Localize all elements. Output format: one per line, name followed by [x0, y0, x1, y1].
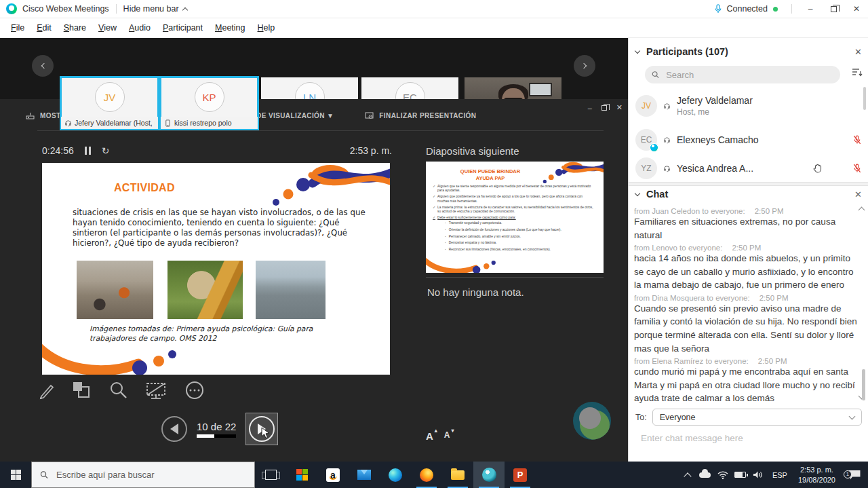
volume-icon[interactable]	[749, 470, 767, 479]
start-button[interactable]	[0, 462, 31, 488]
store-icon	[296, 469, 308, 481]
scroll-left-button[interactable]	[32, 55, 54, 77]
hide-menu-bar-button[interactable]: Hide menu bar	[123, 4, 187, 14]
file-explorer-button[interactable]	[442, 462, 473, 488]
notification-count-badge: 1	[844, 470, 852, 478]
participant-name: Jefery Valdelamar (Host, me)	[75, 119, 155, 127]
chat-message: from Juan Celedon to everyone:2:50 PM Fa…	[634, 207, 858, 242]
taskbar-search[interactable]	[31, 462, 255, 488]
stage-clock: 2:53 p. m.	[319, 145, 392, 156]
avatar: EC	[635, 129, 657, 151]
action-center-button[interactable]: 1	[841, 470, 868, 480]
tray-expand-button[interactable]	[679, 471, 696, 479]
video-thumbnail-strip: JV Jefery Valdelamar (Host, me) KP kissi…	[0, 38, 628, 99]
next-slide-preview[interactable]: QUIEN PUEDE BRINDAR AYUDA PAP ✓Alguien q…	[426, 162, 604, 273]
participant-search[interactable]	[645, 66, 840, 83]
app-title: Cisco Webex Meetings	[22, 4, 109, 14]
video-thumbnail[interactable]: KP kissi restrepo polo	[161, 77, 258, 129]
pause-timer-button[interactable]	[85, 147, 91, 155]
collapse-chat-chevron[interactable]	[635, 191, 640, 196]
collapse-participants-chevron[interactable]	[635, 48, 640, 54]
participants-scrollbar[interactable]	[863, 87, 866, 110]
menu-view[interactable]: View	[93, 20, 122, 35]
menu-participant[interactable]: Participant	[157, 20, 208, 35]
font-increase-button[interactable]: A▴	[426, 430, 433, 442]
close-button[interactable]: ✕	[845, 0, 868, 18]
end-presentation-icon	[365, 111, 374, 120]
edge-button[interactable]	[380, 462, 411, 488]
sort-participants-icon[interactable]	[852, 68, 863, 77]
firefox-button[interactable]	[411, 462, 442, 488]
panel-divider	[629, 182, 868, 186]
menu-meeting[interactable]: Meeting	[210, 20, 250, 35]
battery-icon[interactable]	[732, 472, 749, 478]
webex-app-icon	[482, 468, 496, 482]
amazon-button[interactable]: a	[317, 462, 349, 488]
divider	[37, 130, 604, 131]
phone-icon	[164, 119, 172, 127]
language-indicator[interactable]: ESP	[767, 471, 793, 479]
firefox-icon	[420, 468, 433, 482]
share-screen-tool-icon[interactable]	[144, 380, 169, 400]
slide-page-indicator: 10 de 22	[197, 421, 236, 432]
search-input[interactable]	[665, 69, 833, 81]
minimize-button[interactable]: –	[799, 0, 822, 18]
wifi-icon[interactable]	[714, 470, 732, 479]
powerpoint-button[interactable]: P	[505, 462, 536, 488]
menu-edit[interactable]: Edit	[31, 20, 57, 35]
mail-button[interactable]	[349, 462, 380, 488]
previous-slide-button[interactable]	[161, 416, 187, 442]
end-presentation-button[interactable]: FINALIZAR PRESENTACIÓN	[365, 111, 476, 120]
to-label: To:	[635, 413, 647, 422]
slide-body-text: situaciones de crisis en las que se haya…	[73, 208, 372, 248]
task-view-button[interactable]	[255, 462, 286, 488]
reset-timer-button[interactable]: ↻	[102, 145, 110, 156]
zoom-tool-icon[interactable]	[108, 380, 130, 400]
menu-file[interactable]: File	[5, 20, 30, 35]
taskbar-search-input[interactable]	[55, 469, 246, 481]
recipient-select[interactable]: Everyone	[652, 409, 862, 426]
webex-app-button[interactable]	[473, 462, 505, 488]
muted-mic-icon[interactable]	[852, 164, 862, 173]
participant-row[interactable]: JV Jefery Valdelamar Host, me	[635, 90, 862, 122]
muted-mic-icon[interactable]	[852, 135, 862, 145]
participant-row[interactable]: YZ Yesica Andrea A...	[635, 153, 862, 183]
microsoft-store-button[interactable]	[286, 462, 317, 488]
slide-photo-rubble	[77, 261, 153, 319]
chat-message-input[interactable]: Enter chat message here	[641, 433, 743, 443]
slide-title: ACTIVIDAD	[114, 182, 175, 194]
chat-scroll-up-arrow[interactable]	[859, 207, 865, 214]
task-view-icon	[265, 470, 277, 480]
avatar: KP	[195, 82, 224, 112]
windows-logo-icon	[11, 470, 21, 480]
avatar: JV	[635, 95, 657, 117]
stage-restore-button[interactable]	[601, 105, 607, 111]
chat-message-list[interactable]: from Juan Celedon to everyone:2:50 PM Fa…	[634, 205, 858, 405]
webex-ball-overlay	[573, 402, 611, 440]
next-slide-button[interactable]	[245, 413, 278, 445]
layout-tool-icon[interactable]	[71, 380, 93, 400]
stage-minimize-button[interactable]: –	[588, 104, 592, 112]
video-thumbnail[interactable]: JV Jefery Valdelamar (Host, me)	[61, 77, 158, 129]
edge-icon	[389, 468, 402, 482]
close-chat-button[interactable]: ✕	[854, 189, 862, 200]
windows-taskbar: a P ESP 2:53 p. m. 19/08/2020 1	[0, 462, 868, 488]
menu-help[interactable]: Help	[252, 20, 281, 35]
menu-audio[interactable]: Audio	[123, 20, 156, 35]
more-tools-icon[interactable]	[184, 380, 205, 400]
slide-decoration-swoosh	[42, 329, 179, 375]
amazon-icon: a	[326, 468, 340, 482]
close-participants-button[interactable]: ✕	[854, 47, 862, 57]
menu-share[interactable]: Share	[58, 20, 92, 35]
onedrive-icon[interactable]	[696, 472, 714, 478]
microphone-icon[interactable]	[715, 4, 722, 14]
stage-close-button[interactable]: ✕	[616, 103, 623, 112]
font-decrease-button[interactable]: A▾	[444, 430, 450, 442]
pen-tool-icon[interactable]	[36, 380, 56, 400]
participant-row[interactable]: EC Elexneys Camacho	[635, 125, 862, 155]
menu-bar: File Edit Share View Audio Participant M…	[0, 18, 868, 38]
scroll-right-button[interactable]	[574, 55, 595, 77]
restore-button[interactable]	[822, 0, 845, 18]
chat-scrollbar-thumb[interactable]	[862, 369, 865, 400]
taskbar-clock[interactable]: 2:53 p. m. 19/08/2020	[793, 465, 841, 485]
